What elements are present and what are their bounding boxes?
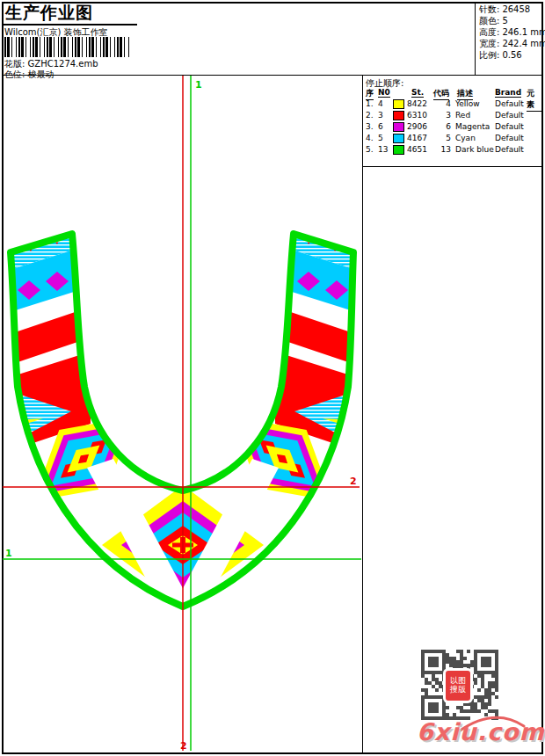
title-underline <box>2 24 137 25</box>
cell-idx: 1. <box>366 99 374 108</box>
col-seq: 序 <box>366 88 374 100</box>
cell-st: 6310 <box>407 111 427 120</box>
cell-desc: Magenta <box>455 122 490 131</box>
cell-brand: Default <box>495 145 524 154</box>
cell-code: 6 <box>432 122 451 131</box>
site-logo: 6xiu.com <box>417 718 545 745</box>
cell-n0: 5 <box>378 134 383 142</box>
cell-code: 13 <box>432 145 451 154</box>
col-n0: N0 <box>378 88 390 98</box>
thread-color-swatch <box>393 122 404 132</box>
guide-label-start-left: 1 <box>5 548 12 559</box>
cell-n0: 6 <box>378 122 383 131</box>
pattern-label: 花版: <box>4 59 25 69</box>
pattern-value: GZHC1274.emb <box>28 59 98 69</box>
guide-label-end-bottom: 2 <box>180 740 187 752</box>
cell-st: 4651 <box>407 145 427 154</box>
cell-code: 3 <box>432 111 451 120</box>
cell-desc: Dark blue <box>455 145 494 154</box>
cell-idx: 4. <box>366 134 374 142</box>
cell-desc: Yellow <box>455 99 480 108</box>
cell-desc: Cyan <box>455 134 476 142</box>
thread-color-swatch <box>393 111 404 120</box>
cell-brand: Default <box>495 122 524 131</box>
stat-scale: 比例:0.56 <box>479 49 545 61</box>
stat-colors: 颜色:5 <box>479 15 545 26</box>
thread-color-swatch <box>393 99 404 109</box>
cell-code: 4 <box>432 99 451 108</box>
stats-panel: 针数:26458 颜色:5 高度:246.1 mm 宽度:242.4 mm 比例… <box>479 4 545 61</box>
cell-idx: 5. <box>366 145 374 154</box>
cell-st: 8422 <box>407 99 427 108</box>
cell-desc: Red <box>455 111 470 120</box>
stat-stitches: 针数:26458 <box>479 4 545 15</box>
page-title: 生产作业图 <box>5 2 93 25</box>
stats-divider <box>475 2 476 76</box>
production-worksheet: 生产作业图 Wilcom(汇京) 装饰工作室 花版: GZHC1274.emb … <box>0 0 545 756</box>
cell-brand: Default <box>495 111 524 120</box>
stamp-icon: 以图搜版 <box>446 671 470 701</box>
cell-brand: Default <box>495 134 524 142</box>
thread-color-swatch <box>393 145 404 155</box>
col-elem: 元素 <box>527 88 541 112</box>
col-desc: 描述 <box>457 88 473 100</box>
right-column-divider <box>362 75 363 754</box>
guide-label-start-top: 1 <box>195 79 202 91</box>
col-code: 代码 <box>433 88 449 100</box>
cell-code: 5 <box>432 134 451 142</box>
stamp-text: 以图搜版 <box>449 677 467 694</box>
cell-idx: 3. <box>366 122 374 131</box>
thread-color-swatch <box>393 134 404 143</box>
cell-st: 4167 <box>407 134 427 142</box>
stat-height: 高度:246.1 mm <box>479 26 545 38</box>
cell-n0: 3 <box>378 111 383 120</box>
stop-sequence-table: 停止顺序: 序 N0 St. 代码 描述 Brand 元素 1.484224Ye… <box>363 76 541 167</box>
guide-label-end-right: 2 <box>350 476 357 487</box>
cell-brand: Default <box>495 99 524 108</box>
stat-width: 宽度:242.4 mm <box>479 38 545 49</box>
cell-st: 2906 <box>407 122 427 131</box>
col-brand: Brand <box>495 88 521 98</box>
col-st: St. <box>411 88 424 98</box>
barcode-icon <box>4 37 131 57</box>
cell-n0: 4 <box>378 99 383 108</box>
cell-idx: 2. <box>366 111 374 120</box>
cell-n0: 13 <box>378 145 388 154</box>
